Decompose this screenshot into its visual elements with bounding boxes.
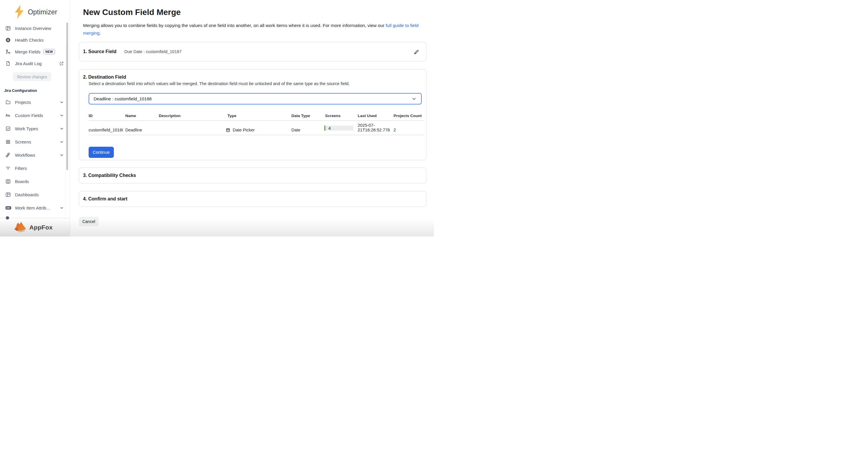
chevron-down-icon — [60, 113, 64, 118]
col-header-screens: Screens — [325, 114, 341, 118]
sidebar-item-jira-audit-log[interactable]: Jira Audit Log — [0, 58, 70, 69]
main-content: New Custom Field Merge Merging allows yo… — [70, 0, 434, 236]
source-field-heading: 1. Source Field — [83, 49, 117, 54]
table-row-divider — [89, 135, 424, 135]
destination-field-select[interactable]: Deadline : customfield_10188 — [89, 93, 422, 104]
filter-icon — [5, 165, 11, 171]
intro-text: Merging allows you to combine fields by … — [83, 23, 385, 28]
appfox-footer: AppFox — [0, 218, 70, 236]
pencil-icon — [413, 49, 420, 55]
row-cell-projects-count: 2 — [394, 128, 396, 132]
document-icon — [5, 61, 11, 66]
merge-icon — [5, 49, 11, 55]
continue-button[interactable]: Continue — [89, 147, 114, 158]
sidebar-item-work-item-attributes[interactable]: ABC Work Item Attrib... — [0, 201, 70, 215]
sidebar-item-merge-fields[interactable]: Merge Fields NEW — [0, 46, 70, 58]
lightning-bolt-icon — [14, 5, 24, 19]
col-header-name: Name — [125, 114, 136, 118]
compatibility-checks-heading: 3. Compatibility Checks — [83, 173, 136, 178]
sidebar-item-instance-overview[interactable]: Instance Overview — [0, 22, 70, 34]
chevron-down-icon — [60, 153, 64, 157]
sidebar-item-label: Projects — [15, 100, 31, 105]
app-window: Optimizer Instance Overview — [0, 0, 434, 236]
appfox-fox-icon — [13, 222, 27, 233]
row-cell-type-label: Date Picker — [233, 128, 255, 132]
col-header-id: ID — [89, 114, 93, 118]
sidebar-item-label: Custom Fields — [15, 113, 43, 118]
sidebar-item-dashboards[interactable]: Dashboards — [0, 188, 70, 201]
chevron-down-icon — [411, 96, 417, 102]
layout-panels-icon — [5, 26, 11, 31]
new-badge: NEW — [43, 49, 55, 54]
workflow-chain-icon — [5, 152, 11, 158]
sidebar-item-custom-fields[interactable]: Aa Custom Fields — [0, 109, 70, 122]
plus-circle-icon — [5, 37, 11, 43]
source-field-value: Due Date : customfield_10187 — [124, 49, 182, 54]
sidebar-item-filters[interactable]: Filters — [0, 162, 70, 175]
intro-paragraph: Merging allows you to combine fields by … — [83, 22, 428, 37]
intro-text-end: . — [99, 31, 101, 35]
screens-count-badge: 4 — [324, 126, 353, 131]
row-cell-last-used: 2025-07-21T16:26:52.778 — [358, 123, 391, 133]
chevron-down-icon — [60, 140, 64, 144]
sidebar-item-label: Workflows — [15, 153, 35, 158]
sidebar-item-label: Work Item Attrib... — [15, 206, 50, 210]
sidebar-item-label: Work Types — [15, 126, 38, 131]
appfox-brand-text: AppFox — [29, 224, 53, 231]
col-header-data-type: Data Type — [291, 114, 310, 118]
app-logo: Optimizer — [0, 0, 70, 22]
sidebar-scrollbar-thumb[interactable] — [66, 23, 68, 170]
confirm-and-start-card: 4. Confirm and start — [79, 191, 426, 207]
source-field-card: 1. Source Field Due Date : customfield_1… — [79, 42, 426, 61]
page-title: New Custom Field Merge — [83, 8, 181, 17]
sidebar-item-health-checks[interactable]: Health Checks — [0, 34, 70, 46]
sidebar-scrollbar-track — [65, 44, 66, 218]
list-lines-icon — [5, 139, 11, 145]
sidebar: Optimizer Instance Overview — [0, 0, 70, 236]
sidebar-item-label: Merge Fields — [15, 49, 40, 54]
review-changes-button[interactable]: Review changes — [13, 72, 51, 81]
row-cell-name: Deadline — [125, 128, 142, 132]
sidebar-item-label: Instance Overview — [15, 26, 51, 31]
layout-panels-icon — [5, 192, 11, 197]
checkbox-icon — [5, 126, 11, 131]
sidebar-item-projects[interactable]: Projects — [0, 96, 70, 109]
calendar-icon — [226, 128, 230, 132]
destination-field-heading: 2. Destination Field — [83, 74, 126, 80]
screens-count-value: 4 — [328, 126, 331, 131]
destination-field-card: 2. Destination Field Select a destinatio… — [79, 69, 426, 160]
destination-field-select-value: Deadline : customfield_10188 — [94, 96, 152, 101]
sidebar-item-label: Dashboards — [15, 192, 39, 197]
clipped-nav-icon — [6, 216, 9, 219]
sidebar-item-label: Health Checks — [15, 37, 44, 42]
sidebar-config-nav: Projects Aa Custom Fields — [0, 96, 70, 215]
sidebar-item-workflows[interactable]: Workflows — [0, 149, 70, 162]
row-cell-data-type: Date — [291, 128, 301, 132]
folder-icon — [5, 99, 11, 105]
columns-icon — [5, 179, 11, 184]
abc-badge-icon: ABC — [5, 205, 11, 211]
svg-text:Aa: Aa — [6, 114, 10, 117]
app-title: Optimizer — [28, 8, 57, 16]
col-header-last-used: Last Used — [358, 114, 377, 118]
text-aa-icon: Aa — [5, 113, 11, 118]
svg-text:ABC: ABC — [6, 207, 10, 209]
chevron-down-icon — [60, 126, 64, 131]
sidebar-item-label: Jira Audit Log — [15, 61, 42, 66]
confirm-and-start-heading: 4. Confirm and start — [83, 196, 127, 201]
jira-configuration-section-label: Jira Configuration — [4, 88, 70, 93]
destination-field-description: Select a destination field into which va… — [89, 81, 350, 86]
chevron-down-icon — [60, 206, 64, 210]
sidebar-item-label: Screens — [15, 139, 31, 145]
sidebar-item-screens[interactable]: Screens — [0, 135, 70, 149]
sidebar-item-boards[interactable]: Boards — [0, 175, 70, 188]
col-header-type: Type — [227, 114, 237, 118]
table-header-divider — [89, 120, 424, 121]
sidebar-item-work-types[interactable]: Work Types — [0, 122, 70, 135]
sidebar-primary-nav: Instance Overview Health Checks — [0, 22, 70, 69]
sidebar-item-label: Filters — [15, 166, 27, 171]
row-cell-type: Date Picker — [226, 128, 255, 132]
destination-field-table: ID Name Description Type Data Type Scree… — [89, 112, 424, 146]
cancel-button[interactable]: Cancel — [79, 217, 99, 226]
edit-source-field-button[interactable] — [413, 49, 420, 55]
